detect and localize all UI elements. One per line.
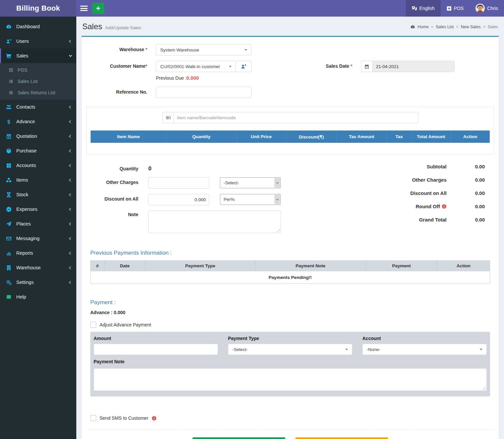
chevron-left-icon — [69, 251, 72, 255]
sidebar-item-purchase[interactable]: Purchase — [0, 143, 76, 158]
pp-col-payment-note: Payment Note — [255, 261, 366, 271]
subtotal-value: 0.00 — [447, 164, 485, 169]
other-charges-label: Other Charges — [90, 177, 148, 185]
chevron-left-icon — [69, 120, 72, 123]
chevron-down-icon — [274, 178, 280, 188]
items-col-item-name: Item Name — [91, 131, 167, 143]
sidebar-item-items[interactable]: Items — [0, 173, 76, 187]
info-icon[interactable] — [442, 204, 447, 209]
top-navbar: Billing Book English POS Chris — [0, 0, 504, 17]
breadcrumb-sales-list[interactable]: Sales List — [436, 25, 454, 29]
account-select[interactable]: -None- — [362, 344, 487, 355]
sidebar-item-contacts[interactable]: Contacts — [0, 100, 76, 114]
grid-icon — [5, 163, 12, 168]
other-charges-total-label: Other Charges — [361, 177, 447, 183]
items-col-tax: Tax — [387, 131, 412, 143]
payments-pending-message: Payments Pending!! — [91, 271, 490, 284]
sidebar-item-accounts[interactable]: Accounts — [0, 158, 76, 173]
adjust-advance-checkbox[interactable] — [90, 322, 96, 328]
sidebar-item-places[interactable]: Places — [0, 217, 76, 231]
save-button[interactable]: Save — [192, 437, 285, 439]
breadcrumb-home[interactable]: Home — [417, 25, 428, 29]
sales-date-input[interactable] — [372, 61, 455, 72]
breadcrumb-new-sales[interactable]: New Sales — [461, 25, 481, 29]
discount-type-select[interactable]: Per% — [220, 194, 281, 205]
payment-panel: Amount Payment Type -Select- Account — [90, 332, 490, 396]
sidebar-item-stock[interactable]: Stock — [0, 187, 76, 202]
sidebar-item-messaging[interactable]: Messaging — [0, 231, 76, 246]
other-charges-input[interactable] — [148, 177, 209, 189]
payment-note-textarea[interactable] — [94, 368, 487, 391]
discount-type-value: Per% — [224, 197, 235, 202]
payment-note-label: Payment Note — [94, 359, 487, 364]
sidebar-subitem-sales-list[interactable]: Sales List — [0, 76, 76, 87]
cart-icon — [5, 53, 12, 59]
customer-selected-value: CU/02/0001-Walk-in customer — [160, 64, 220, 69]
payment-type-value: -Select- — [232, 347, 248, 352]
amount-label: Amount — [94, 336, 218, 341]
sidebar-item-label: Purchase — [16, 148, 36, 153]
sidebar-toggle-icon[interactable] — [80, 6, 88, 11]
add-customer-button[interactable] — [236, 61, 252, 72]
reference-label: Reference No. — [86, 87, 156, 95]
language-icon — [412, 6, 417, 11]
quick-add-button[interactable] — [92, 3, 104, 14]
discount-on-all-input[interactable] — [148, 194, 209, 205]
items-col-tax-amount: Tax Amount — [336, 131, 387, 143]
reference-input[interactable] — [156, 87, 252, 98]
send-sms-checkbox[interactable] — [90, 415, 96, 421]
previous-due: Previous Due :0.000 — [156, 75, 252, 81]
quantity-value: 0 — [148, 164, 151, 172]
sidebar-item-label: Contacts — [16, 104, 35, 110]
sidebar-item-label: Places — [16, 221, 31, 226]
sidebar-item-label: Expenses — [16, 207, 37, 212]
sidebar-subitem-sales-returns-list[interactable]: Sales Returns List — [0, 87, 76, 98]
other-charges-type-select[interactable]: -Select- — [220, 177, 281, 188]
sidebar-item-reports[interactable]: Reports — [0, 246, 76, 260]
sidebar-item-quotation[interactable]: Quotation — [0, 129, 76, 143]
chevron-down-icon — [345, 349, 348, 350]
minus-circle-icon — [5, 207, 12, 212]
payment-title: Payment : — [90, 299, 490, 306]
sidebar-item-expenses[interactable]: Expenses — [0, 202, 76, 217]
user-menu[interactable]: Chris — [469, 0, 504, 17]
users-group-icon — [5, 104, 12, 110]
language-menu[interactable]: English — [406, 0, 441, 17]
brand-logo[interactable]: Billing Book — [0, 0, 76, 17]
sidebar-item-settings[interactable]: Settings — [0, 275, 76, 290]
payment-type-select[interactable]: -Select- — [228, 344, 352, 355]
discount-on-all-label: Discount on All — [90, 194, 148, 202]
breadcrumb-separator: > — [456, 25, 458, 29]
items-col-discount: Discount(₹) — [286, 131, 336, 143]
note-textarea[interactable] — [148, 211, 281, 233]
sidebar-item-label: Advance — [16, 119, 35, 124]
item-search-input[interactable] — [174, 112, 418, 123]
pos-menu[interactable]: POS — [441, 0, 470, 17]
amount-input[interactable] — [94, 344, 218, 355]
avatar — [475, 4, 485, 13]
customer-select[interactable]: CU/02/0001-Walk-in customer — [156, 61, 236, 72]
breadcrumb-separator: > — [483, 25, 485, 29]
items-col-total: Total Amount — [411, 131, 451, 143]
sidebar-item-warehouse[interactable]: Warehouse — [0, 260, 76, 275]
chevron-down-icon — [274, 195, 280, 204]
gears-icon — [5, 280, 12, 285]
sidebar-item-users[interactable]: Users — [0, 34, 76, 48]
items-col-action: Action — [451, 131, 490, 143]
close-button[interactable]: Close — [295, 437, 388, 439]
other-charges-type-value: -Select- — [224, 180, 239, 185]
plus-square-icon — [447, 6, 452, 11]
warehouse-select[interactable]: System Warehouse — [156, 44, 252, 55]
sidebar-item-sales[interactable]: Sales — [0, 48, 76, 63]
cubes-icon — [5, 177, 12, 183]
info-icon[interactable] — [152, 416, 157, 421]
dashboard-icon — [5, 24, 12, 30]
sidebar-item-advance[interactable]: Advance — [0, 114, 76, 129]
building-icon — [5, 265, 12, 271]
quantity-label: Quantity — [90, 164, 148, 171]
sidebar-item-help[interactable]: Help — [0, 290, 76, 304]
sidebar-item-dashboard[interactable]: Dashboard — [0, 19, 76, 34]
sidebar-subitem-pos[interactable]: POS — [0, 64, 76, 76]
chevron-left-icon — [69, 134, 72, 138]
items-col-quantity: Quantity — [167, 131, 237, 143]
